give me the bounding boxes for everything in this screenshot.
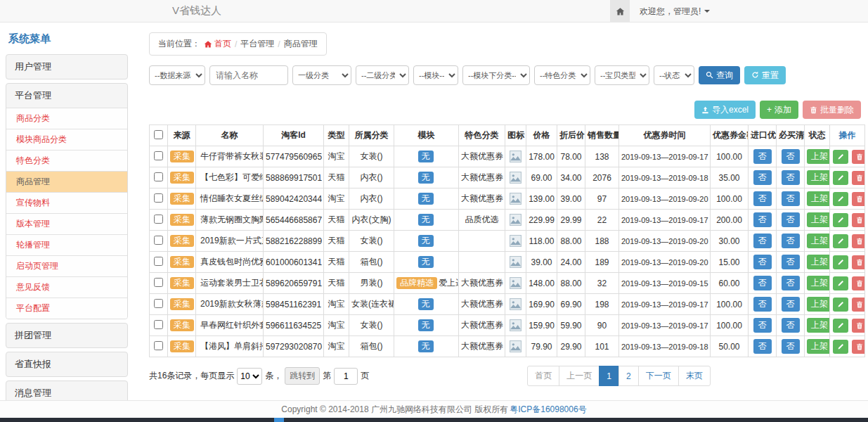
import-select-toggle[interactable]: 否 [753,191,772,206]
row-checkbox[interactable] [154,257,163,266]
import-select-toggle[interactable]: 否 [753,255,772,269]
sidebar-item[interactable]: 省直快报 [6,352,127,376]
must-buy-toggle[interactable]: 否 [782,276,800,290]
filter-select[interactable]: --特色分类-- [534,65,590,85]
status-button[interactable]: 上架 [807,318,830,333]
sidebar-subitem[interactable]: 启动页管理 [6,255,127,276]
page-button[interactable]: 1 [599,366,619,386]
status-button[interactable]: 上架 [807,339,830,354]
delete-button[interactable] [852,340,864,354]
bottom-scrollbar[interactable] [0,418,868,422]
row-checkbox[interactable] [154,193,163,203]
filter-select[interactable]: --模块下分类-- [462,65,530,85]
status-button[interactable]: 上架 [807,234,830,248]
edit-button[interactable] [833,213,848,227]
breadcrumb-item[interactable]: 平台管理 [240,38,274,50]
sidebar-subitem[interactable]: 商品分类 [6,108,127,129]
import-select-toggle[interactable]: 否 [753,149,772,164]
page-button[interactable]: 末页 [678,366,711,386]
user-menu[interactable]: 欢迎您，管理员! [640,6,710,18]
must-buy-toggle[interactable]: 否 [782,318,800,333]
import-select-toggle[interactable]: 否 [753,318,772,333]
delete-button[interactable] [852,255,864,269]
filter-select[interactable]: --数据来源-- [149,65,205,85]
sidebar-subitem[interactable]: 版本管理 [6,213,127,234]
edit-button[interactable] [833,276,848,290]
row-checkbox[interactable] [154,278,163,287]
reset-button[interactable]: 重置 [744,66,786,84]
sidebar-item[interactable]: 平台管理 [6,84,127,108]
must-buy-toggle[interactable]: 否 [782,255,800,269]
sidebar-subitem[interactable]: 意见反馈 [6,276,127,298]
import-select-toggle[interactable]: 否 [753,297,772,312]
delete-button[interactable] [852,171,864,185]
edit-button[interactable] [833,255,848,269]
row-checkbox[interactable] [154,341,163,350]
delete-button[interactable] [852,298,864,312]
must-buy-toggle[interactable]: 否 [782,149,800,164]
filter-select[interactable]: 一级分类 [292,65,351,85]
sidebar-item[interactable]: 用户管理 [6,55,127,79]
add-button[interactable]: + 添加 [760,101,798,119]
must-buy-toggle[interactable]: 否 [782,170,800,185]
delete-button[interactable] [852,319,864,333]
import-select-toggle[interactable]: 否 [753,170,772,185]
status-button[interactable]: 上架 [807,212,830,227]
import-select-toggle[interactable]: 否 [753,339,772,354]
import-select-toggle[interactable]: 否 [753,212,772,227]
page-button[interactable]: 首页 [527,366,559,386]
edit-button[interactable] [833,171,848,185]
must-buy-toggle[interactable]: 否 [782,212,800,227]
sidebar-subitem[interactable]: 特色分类 [6,150,127,171]
breadcrumb-home[interactable]: 首页 [204,38,231,50]
sidebar-item[interactable]: 拼团管理 [6,324,127,347]
sidebar-subitem[interactable]: 模块商品分类 [6,129,127,150]
edit-button[interactable] [833,319,848,333]
status-button[interactable]: 上架 [807,170,830,185]
sidebar-item[interactable]: 消息管理 [6,381,127,400]
must-buy-toggle[interactable]: 否 [782,191,800,206]
status-button[interactable]: 上架 [807,149,830,164]
delete-button[interactable] [852,213,864,227]
delete-button[interactable] [852,276,864,290]
sidebar-subitem[interactable]: 轮播管理 [6,234,127,255]
page-button[interactable]: 下一页 [638,366,679,386]
icp-link[interactable]: 粤ICP备16098006号 [510,404,586,416]
select-all-checkbox[interactable] [154,130,163,139]
status-button[interactable]: 上架 [807,276,830,290]
filter-name-input[interactable] [209,65,288,85]
edit-button[interactable] [833,234,848,248]
edit-button[interactable] [833,150,848,164]
row-checkbox[interactable] [154,151,163,160]
must-buy-toggle[interactable]: 否 [782,339,800,354]
row-checkbox[interactable] [154,172,163,181]
scrollbar-thumb[interactable] [274,418,284,422]
delete-button[interactable] [852,192,864,206]
delete-button[interactable] [852,150,864,164]
page-button[interactable]: 上一页 [559,366,600,386]
edit-button[interactable] [833,340,848,354]
import-select-toggle[interactable]: 否 [753,234,772,248]
search-button[interactable]: 查询 [699,66,740,84]
sidebar-subitem[interactable]: 平台配置 [6,298,127,319]
page-button[interactable]: 2 [618,366,639,386]
status-button[interactable]: 上架 [807,255,830,269]
import-select-toggle[interactable]: 否 [753,276,772,290]
edit-button[interactable] [833,192,848,206]
batch-delete-button[interactable]: 批量删除 [803,101,861,119]
must-buy-toggle[interactable]: 否 [782,297,800,312]
jump-button[interactable]: 跳转到 [285,367,320,385]
delete-button[interactable] [852,234,864,248]
edit-button[interactable] [833,298,848,312]
per-page-select[interactable]: 10 [237,368,262,385]
row-checkbox[interactable] [154,320,163,329]
row-checkbox[interactable] [154,215,163,224]
row-checkbox[interactable] [154,236,163,245]
row-checkbox[interactable] [154,299,163,308]
status-button[interactable]: 上架 [807,297,830,312]
filter-select[interactable]: --模块-- [413,65,458,85]
filter-select[interactable]: --二级分类-- [356,65,409,85]
page-jump-input[interactable] [334,368,358,385]
status-button[interactable]: 上架 [807,191,830,206]
sidebar-subitem[interactable]: 宣传物料 [6,192,127,213]
